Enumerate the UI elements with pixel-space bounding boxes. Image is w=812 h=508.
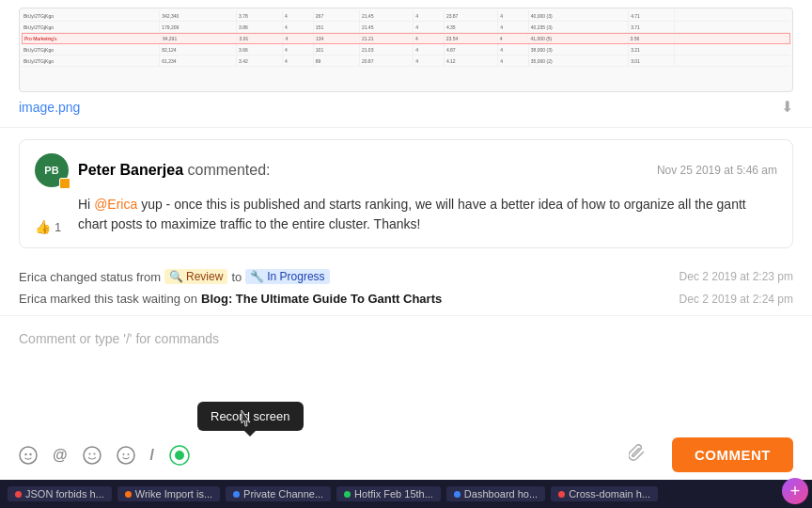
comment-section: PB Peter Banerjea commented: Nov 25 2019… <box>0 128 812 260</box>
comment-header: PB Peter Banerjea commented: Nov 25 2019… <box>35 153 777 187</box>
commented-label: commented: <box>188 162 271 178</box>
emoji-icon[interactable] <box>83 446 102 465</box>
taskbar-item-5[interactable]: Dashboard ho... <box>446 486 545 501</box>
avatar: PB <box>35 153 69 187</box>
svg-point-7 <box>122 453 124 455</box>
to-status-badge: 🔧 In Progress <box>245 269 329 284</box>
comment-input-area[interactable]: Comment or type '/' for commands <box>0 315 812 432</box>
taskbar-dot-5 <box>454 491 461 498</box>
activity-item-1: Erica changed status from 🔍 Review to 🔧 … <box>19 265 793 288</box>
activity-section: Erica changed status from 🔍 Review to 🔧 … <box>0 260 812 315</box>
taskbar-dot-2 <box>125 491 132 498</box>
from-status-text: Review <box>186 270 223 283</box>
spreadsheet-table: Bit.ly/2TGjKgo 342,340 3.78 4 267 21.45 … <box>20 8 792 91</box>
taskbar-label-6: Cross-domain h... <box>569 488 650 500</box>
table-row: Bit.ly/2TGjKgo 82,124 3.66 4 101 21.03 4… <box>22 44 790 56</box>
toolbar: Record screen @ <box>0 432 812 480</box>
emoji-person-icon[interactable] <box>19 446 38 465</box>
table-row: Bit.ly/2TGjKgo 61,234 3.42 4 89 20.87 4 … <box>22 56 790 67</box>
comment-button[interactable]: COMMENT <box>672 437 793 472</box>
table-row-highlighted: Pro Marketing's 94,291 3.91 4 134 21.21 … <box>22 33 790 44</box>
reaction-icon[interactable] <box>117 446 135 465</box>
to-status-text: In Progress <box>267 270 324 283</box>
taskbar-label-3: Private Channe... <box>243 488 323 500</box>
table-row: Bit.ly/2TGjKgo 342,340 3.78 4 267 21.45 … <box>22 10 790 22</box>
taskbar-dot-1 <box>15 491 22 498</box>
comment-timestamp: Nov 25 2019 at 5:46 am <box>657 164 777 177</box>
activity-text-before: Erica changed status from <box>19 270 161 284</box>
activity-text-2: Erica marked this task waiting on Blog: … <box>19 292 442 306</box>
svg-point-6 <box>117 447 134 464</box>
to-status-icon: 🔧 <box>250 270 264 283</box>
like-icon[interactable]: 👍 <box>35 219 51 234</box>
activity-time-1: Dec 2 2019 at 2:23 pm <box>679 270 793 283</box>
image-filename-link[interactable]: image.png <box>19 100 80 115</box>
bottom-taskbar: JSON forbids h... Wrike Import is... Pri… <box>0 480 812 508</box>
svg-point-5 <box>93 452 95 454</box>
comment-placeholder[interactable]: Comment or type '/' for commands <box>19 325 793 352</box>
comment-meta: Peter Banerjea commented: <box>78 162 271 179</box>
activity-item-2: Erica marked this task waiting on Blog: … <box>19 288 793 310</box>
svg-point-2 <box>29 452 31 454</box>
comment-block: PB Peter Banerjea commented: Nov 25 2019… <box>19 139 793 248</box>
toolbar-left: @ / <box>19 445 190 466</box>
svg-point-4 <box>88 452 90 454</box>
svg-point-10 <box>175 451 184 460</box>
cursor-indicator <box>237 409 256 437</box>
from-status-icon: 🔍 <box>169 270 183 283</box>
taskbar-dot-3 <box>233 491 240 498</box>
taskbar-dot-6 <box>558 491 565 498</box>
activity-bold-link[interactable]: Blog: The Ultimate Guide To Gantt Charts <box>201 292 442 306</box>
taskbar-item-3[interactable]: Private Channe... <box>226 486 331 501</box>
comment-text: Hi @Erica yup - once this is published a… <box>78 195 777 234</box>
taskbar-label-5: Dashboard ho... <box>464 488 538 500</box>
svg-point-1 <box>24 452 26 454</box>
main-container: Bit.ly/2TGjKgo 342,340 3.78 4 267 21.45 … <box>0 0 812 508</box>
taskbar-item-2[interactable]: Wrike Import is... <box>117 486 220 501</box>
like-count: 1 <box>55 220 61 234</box>
toolbar-right: COMMENT <box>629 437 793 472</box>
attachment-icon[interactable] <box>629 444 646 466</box>
taskbar-item-4[interactable]: Hotfix Feb 15th... <box>336 486 441 501</box>
activity-time-2: Dec 2 2019 at 2:24 pm <box>679 293 793 306</box>
taskbar-label-2: Wrike Import is... <box>135 488 212 500</box>
fab-button[interactable]: + <box>782 478 808 504</box>
taskbar-item-1[interactable]: JSON forbids h... <box>8 486 112 501</box>
table-row: Bit.ly/2TGjKgo 179,209 3.86 4 151 21.45 … <box>22 22 790 33</box>
download-icon[interactable]: ⬇ <box>781 98 793 116</box>
taskbar-item-6[interactable]: Cross-domain h... <box>551 486 658 501</box>
mention-icon[interactable]: @ <box>53 447 68 464</box>
slash-commands-icon[interactable]: / <box>150 447 154 464</box>
taskbar-label-1: JSON forbids h... <box>25 488 104 500</box>
svg-point-8 <box>127 453 129 455</box>
image-section: Bit.ly/2TGjKgo 342,340 3.78 4 267 21.45 … <box>0 0 812 128</box>
activity-text-1: Erica changed status from 🔍 Review to 🔧 … <box>19 269 330 284</box>
image-preview: Bit.ly/2TGjKgo 342,340 3.78 4 267 21.45 … <box>19 8 793 92</box>
taskbar-dot-4 <box>344 491 351 498</box>
record-screen-icon[interactable] <box>169 445 190 466</box>
comment-text-part1: Hi <box>78 197 90 212</box>
author-name: Peter Banerjea commented: <box>78 162 271 179</box>
from-status-badge: 🔍 Review <box>164 269 227 284</box>
svg-point-0 <box>20 447 37 464</box>
taskbar-label-4: Hotfix Feb 15th... <box>354 488 433 500</box>
activity-to-label: to <box>231 270 242 284</box>
svg-point-3 <box>84 447 101 464</box>
avatar-badge <box>59 178 70 189</box>
like-row: 👍 1 <box>35 219 61 234</box>
comment-mention: @Erica <box>94 197 137 212</box>
author-name-text: Peter Banerjea <box>78 162 183 178</box>
image-link-row: image.png ⬇ <box>19 98 793 116</box>
activity-text-before-2: Erica marked this task waiting on <box>19 292 197 306</box>
comment-author-row: PB Peter Banerjea commented: <box>35 153 271 187</box>
comment-text-part2: yup - once this is published and starts … <box>78 197 746 231</box>
